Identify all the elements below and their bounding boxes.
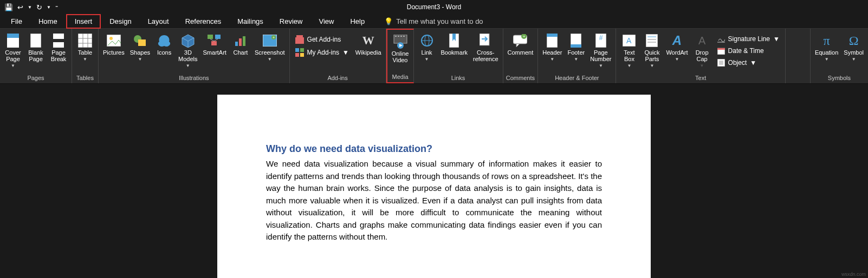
tab-home[interactable]: Home (31, 15, 65, 28)
footer-button[interactable]: Footer ▼ (565, 32, 587, 63)
pictures-button[interactable]: Pictures (101, 32, 127, 57)
link-icon (418, 33, 436, 48)
link-button[interactable]: Link ▼ (416, 32, 438, 63)
chevron-down-icon: ▼ (186, 63, 190, 68)
cover-page-button[interactable]: Cover Page ▼ (2, 32, 24, 69)
svg-rect-56 (571, 44, 581, 48)
pictures-label: Pictures (103, 49, 125, 56)
ribbon-spacer (786, 29, 811, 83)
undo-icon[interactable]: ↩ (17, 3, 23, 11)
equation-button[interactable]: π Equation ▼ (813, 32, 840, 63)
cross-reference-icon (477, 33, 494, 48)
svg-rect-38 (398, 36, 399, 37)
chart-button[interactable]: Chart (230, 32, 251, 57)
shapes-icon (131, 33, 148, 48)
caret-down-icon[interactable]: ▼ (28, 5, 32, 10)
icons-icon (156, 33, 173, 48)
page-number-button[interactable]: # Page Number ▼ (588, 32, 613, 69)
chevron-down-icon: ▼ (11, 63, 15, 68)
signature-line-label: Signature Line (728, 35, 770, 43)
screenshot-button[interactable]: + Screenshot ▼ (252, 32, 287, 63)
signature-line-button[interactable]: Signature Line ▼ (714, 34, 783, 44)
group-comments: + Comment Comments (503, 29, 539, 83)
group-label-comments: Comments (506, 75, 536, 82)
group-label-addins: Add-ins (292, 75, 384, 82)
svg-rect-39 (400, 36, 402, 37)
text-box-button[interactable]: A Text Box ▼ (618, 32, 640, 69)
link-label: Link (421, 49, 432, 56)
chevron-down-icon: ▼ (773, 35, 780, 43)
svg-text:+: + (523, 34, 526, 39)
group-symbols: π Equation ▼ Ω Symbol ▼ Symbols (811, 29, 868, 83)
header-button[interactable]: Header ▼ (540, 32, 564, 63)
object-button[interactable]: Object ▼ (714, 58, 783, 68)
page-number-icon: # (592, 33, 610, 48)
symbol-button[interactable]: Ω Symbol ▼ (841, 32, 866, 63)
date-time-button[interactable]: Date & Time (714, 46, 783, 56)
caret-down-icon[interactable]: ▼ (47, 5, 51, 10)
bookmark-button[interactable]: Bookmark (439, 32, 470, 57)
chevron-down-icon: ▼ (852, 57, 856, 62)
svg-rect-32 (295, 48, 299, 52)
redo-icon[interactable]: ↻ (36, 3, 42, 11)
date-time-icon (717, 47, 725, 55)
addins-icon (295, 48, 304, 57)
menu-tabs: File Home Insert Design Layout Reference… (0, 14, 868, 29)
blank-page-button[interactable]: Blank Page (25, 32, 47, 63)
my-addins-button[interactable]: My Add-ins ▼ (292, 47, 352, 58)
cross-reference-button[interactable]: Cross- reference (471, 32, 500, 63)
smartart-button[interactable]: SmartArt (201, 32, 229, 57)
lightbulb-icon: 💡 (384, 17, 393, 25)
3d-models-button[interactable]: 3D Models ▼ (176, 32, 199, 69)
chevron-down-icon: ▼ (627, 63, 631, 68)
3d-models-label: 3D Models (178, 49, 197, 62)
quick-parts-button[interactable]: Quick Parts ▼ (641, 32, 663, 69)
group-header-footer: Header ▼ Footer ▼ # Page Number ▼ Header… (538, 29, 616, 83)
text-box-label: Text Box (624, 49, 634, 62)
tab-file[interactable]: File (3, 15, 30, 28)
customize-qat-icon[interactable]: ⁼ (55, 4, 58, 10)
drop-cap-label: Drop Cap (696, 49, 709, 62)
tab-references[interactable]: References (178, 15, 229, 28)
tell-me-label: Tell me what you want to do (396, 17, 483, 25)
svg-rect-25 (239, 38, 242, 46)
svg-line-22 (210, 39, 214, 41)
group-addins: Get Add-ins My Add-ins ▼ W Wikipedia Add… (290, 29, 386, 83)
chart-icon (232, 33, 249, 48)
document-page[interactable]: Why do we need data visualization? We ne… (217, 95, 651, 278)
group-media: Online Video Media (386, 29, 414, 83)
icons-label: Icons (157, 49, 171, 56)
svg-rect-31 (296, 35, 303, 37)
save-icon[interactable]: 💾 (4, 3, 13, 11)
svg-rect-1 (7, 34, 19, 38)
wordart-button[interactable]: A WordArt ▼ (664, 32, 690, 63)
icons-button[interactable]: Icons (153, 32, 175, 57)
comment-icon: + (511, 33, 529, 48)
tab-help[interactable]: Help (342, 15, 372, 28)
svg-point-12 (109, 37, 113, 40)
tab-view[interactable]: View (311, 15, 341, 28)
tell-me-search[interactable]: 💡 Tell me what you want to do (384, 17, 483, 25)
tab-insert[interactable]: Insert (66, 14, 101, 29)
comment-button[interactable]: + Comment (506, 32, 536, 57)
wikipedia-button[interactable]: W Wikipedia (353, 32, 384, 57)
svg-marker-50 (516, 44, 520, 47)
tab-review[interactable]: Review (272, 15, 310, 28)
get-addins-button[interactable]: Get Add-ins (292, 34, 352, 45)
smartart-icon (206, 33, 223, 48)
tab-mailings[interactable]: Mailings (230, 15, 271, 28)
table-button[interactable]: Table ▼ (74, 32, 96, 63)
online-video-button[interactable]: Online Video (390, 33, 411, 64)
group-label-pages: Pages (2, 75, 69, 82)
svg-rect-4 (53, 42, 64, 48)
comment-label: Comment (508, 49, 534, 56)
shapes-button[interactable]: Shapes ▼ (128, 32, 152, 63)
cube-icon (179, 33, 197, 48)
drop-cap-button[interactable]: A Drop Cap ▼ (691, 32, 713, 69)
document-area[interactable]: Why do we need data visualization? We ne… (0, 84, 868, 278)
tab-design[interactable]: Design (102, 15, 139, 28)
page-break-button[interactable]: Page Break (48, 32, 69, 63)
screenshot-label: Screenshot (255, 49, 285, 56)
tab-layout[interactable]: Layout (140, 15, 177, 28)
bookmark-label: Bookmark (441, 49, 468, 56)
